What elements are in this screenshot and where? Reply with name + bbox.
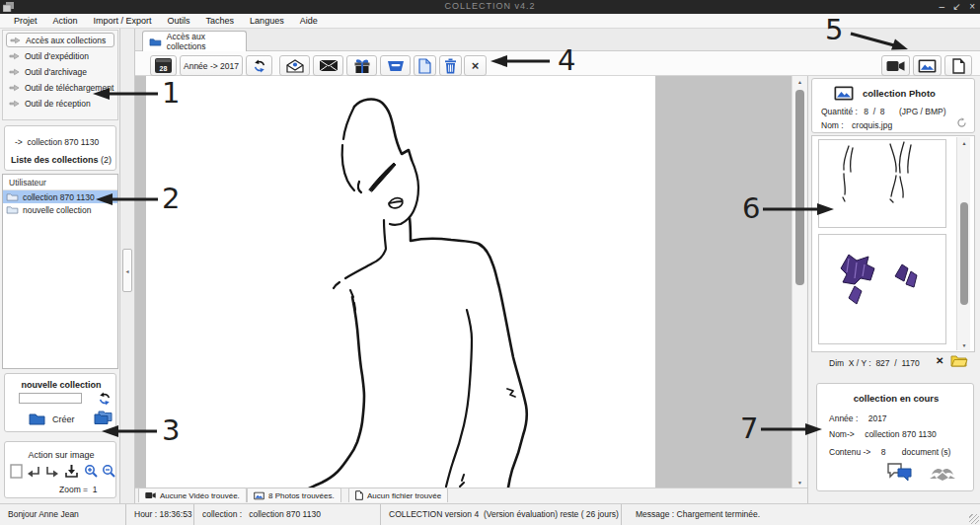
tab-folder-icon bbox=[149, 38, 162, 46]
tab-files-result[interactable]: Aucun fichier trouvée bbox=[348, 488, 448, 502]
save-image-icon[interactable] bbox=[64, 464, 79, 479]
splitter-collapse-handle[interactable]: ◂ bbox=[122, 249, 132, 292]
tab-acces-collections[interactable]: Accès aux collections bbox=[142, 31, 247, 51]
thumbnail-croquis[interactable] bbox=[818, 139, 946, 228]
image-actions-panel: Action sur image Zoom = 1 bbox=[4, 441, 116, 498]
thumbnail-petals[interactable] bbox=[818, 234, 946, 344]
thumbnail-scrollbar[interactable]: ▲ ▼ bbox=[956, 137, 970, 350]
open-folder-icon[interactable] bbox=[950, 354, 968, 367]
open-mail-button[interactable] bbox=[279, 55, 310, 76]
nav-arrow-icon bbox=[10, 37, 21, 44]
current-collection-ref: -> collection 870 1130 bbox=[15, 137, 99, 147]
zoom-level-label: Zoom = 1 bbox=[59, 485, 98, 494]
croquis-sketch bbox=[146, 76, 655, 488]
annotation-arrow-7 bbox=[759, 422, 824, 436]
nav-arrow-icon bbox=[9, 100, 20, 108]
image-actions-title: Action sur image bbox=[5, 450, 117, 460]
restore-button[interactable]: ↙ bbox=[953, 1, 961, 12]
file-mode-button[interactable] bbox=[944, 55, 972, 76]
annotation-number-7: 7 bbox=[740, 414, 758, 443]
create-button[interactable]: Créer bbox=[29, 412, 75, 425]
close-view-button[interactable]: × bbox=[464, 55, 487, 76]
comments-icon[interactable] bbox=[886, 461, 913, 482]
status-hour: Hour : 18:36:53 bbox=[126, 504, 194, 525]
blue-folder-icon bbox=[29, 412, 45, 425]
sidebar-item-expedition[interactable]: Outil d'expédition bbox=[9, 51, 89, 61]
refresh-icon[interactable] bbox=[98, 392, 112, 406]
year-row: Année : 2017 bbox=[829, 413, 887, 423]
tab-photos-result[interactable]: 8 Photos trouvées. bbox=[247, 488, 341, 502]
annotation-number-5: 5 bbox=[825, 16, 843, 44]
annotation-arrow-3 bbox=[100, 424, 159, 438]
rotate-right-icon[interactable] bbox=[27, 466, 41, 479]
image-icon bbox=[254, 491, 264, 500]
new-collection-name-input[interactable] bbox=[19, 393, 82, 404]
photo-quantity-value: 8 / 8 bbox=[864, 107, 884, 116]
content-count: 8 bbox=[881, 447, 886, 457]
rotate-left-icon[interactable] bbox=[44, 466, 59, 479]
scrollbar-thumb[interactable] bbox=[960, 202, 968, 305]
scrollbar-thumb[interactable] bbox=[795, 90, 804, 285]
photo-mode-button[interactable] bbox=[913, 55, 942, 76]
delete-button[interactable] bbox=[439, 55, 462, 76]
sidebar-item-reception[interactable]: Outil de réception bbox=[9, 99, 91, 109]
inbox-tray-icon bbox=[386, 59, 406, 72]
status-message: Message : Chargement terminée. bbox=[622, 504, 980, 525]
tab-label: 8 Photos trouvées. bbox=[268, 491, 335, 500]
envelope-open-icon bbox=[285, 59, 305, 73]
nav-arrow-icon bbox=[9, 68, 20, 76]
minimize-button[interactable]: – bbox=[939, 1, 944, 12]
status-bar: Bonjour Anne Jean Hour : 18:36:53 collec… bbox=[0, 503, 980, 525]
image-icon bbox=[834, 86, 854, 101]
menu-outils[interactable]: Outils bbox=[160, 16, 198, 26]
photo-collection-panel: collection Photo Quantité : 8 / 8 (JPG /… bbox=[811, 78, 975, 133]
close-image-icon[interactable]: ✕ bbox=[936, 355, 943, 366]
tab-label: Aucun fichier trouvée bbox=[367, 491, 441, 500]
year-filter-button[interactable]: Année -> 2017 bbox=[180, 55, 243, 76]
send-mail-button[interactable] bbox=[313, 55, 343, 76]
inbox-button[interactable] bbox=[380, 55, 411, 76]
document-button[interactable] bbox=[414, 55, 436, 76]
resize-grip[interactable] bbox=[969, 514, 979, 524]
menu-langues[interactable]: Langues bbox=[242, 16, 292, 26]
annotation-number-3: 3 bbox=[162, 416, 180, 445]
sidebar-item-archivage[interactable]: Outil d'archivage bbox=[9, 67, 87, 77]
menu-projet[interactable]: Projet bbox=[6, 16, 45, 26]
document-icon bbox=[418, 58, 431, 74]
scroll-up-arrow[interactable]: ▲ bbox=[957, 137, 971, 149]
scroll-down-arrow[interactable]: ▼ bbox=[957, 338, 971, 350]
content-row: Contenu -> 8 document (s) bbox=[829, 447, 950, 457]
new-collection-title: nouvelle collection bbox=[5, 380, 117, 390]
video-mode-button[interactable] bbox=[881, 55, 910, 76]
status-greeting: Bonjour Anne Jean bbox=[0, 504, 126, 525]
annotation-number-6: 6 bbox=[742, 194, 760, 223]
image-icon bbox=[918, 59, 937, 73]
team-hands-icon[interactable] bbox=[928, 463, 957, 481]
close-button[interactable]: × bbox=[969, 1, 975, 12]
refresh-button[interactable] bbox=[246, 55, 272, 76]
x-icon: × bbox=[472, 58, 480, 73]
current-collection-title: collection en cours bbox=[817, 393, 975, 404]
menu-action[interactable]: Action bbox=[45, 16, 86, 26]
annotation-number-1: 1 bbox=[162, 79, 180, 108]
tab-label: Aucune Vidéo trouvée. bbox=[160, 491, 240, 500]
zoom-in-icon[interactable] bbox=[84, 464, 99, 479]
menu-import-export[interactable]: Import / Export bbox=[86, 16, 160, 26]
menu-taches[interactable]: Taches bbox=[198, 16, 243, 26]
name-row: Nom-> collection 870 1130 bbox=[829, 429, 937, 439]
nav-arrow-icon bbox=[9, 52, 20, 60]
calendar-button[interactable]: 28 bbox=[150, 55, 177, 76]
menu-aide[interactable]: Aide bbox=[292, 16, 326, 26]
blank-page-icon[interactable] bbox=[10, 464, 23, 479]
tab-videos-result[interactable]: Aucune Vidéo trouvée. bbox=[138, 488, 247, 502]
zoom-out-icon[interactable] bbox=[102, 464, 116, 479]
copy-collection-icon[interactable] bbox=[94, 411, 113, 425]
gift-button[interactable] bbox=[346, 55, 377, 76]
photo-format: (JPG / BMP) bbox=[899, 107, 946, 116]
sidebar-item-acces-collections[interactable]: Accès aux collections bbox=[6, 33, 114, 47]
scroll-up-arrow[interactable]: ▲ bbox=[792, 76, 807, 88]
scroll-down-arrow[interactable]: ▼ bbox=[792, 476, 807, 488]
year-filter-label: Année -> 2017 bbox=[184, 61, 239, 71]
nav-arrow-icon bbox=[9, 84, 20, 92]
reload-thumbnails-icon[interactable] bbox=[956, 117, 967, 128]
